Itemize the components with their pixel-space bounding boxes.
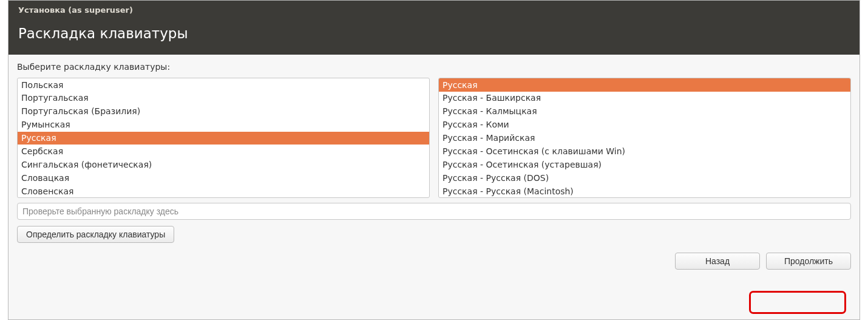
layout-language-item-label: Сингальская (фонетическая) — [21, 160, 152, 169]
page-header: Раскладка клавиатуры — [8, 19, 860, 55]
layout-language-item-label: Словенская — [21, 186, 73, 196]
layout-variant-item-label: Русская - Русская (DOS) — [442, 173, 549, 183]
keyboard-test-input[interactable] — [17, 203, 851, 220]
back-button[interactable]: Назад — [675, 253, 760, 270]
layout-language-item[interactable]: Русская — [18, 132, 429, 145]
layout-lists-row: ПольскаяПортугальскаяПортугальская (Браз… — [17, 78, 851, 198]
page-title: Раскладка клавиатуры — [18, 26, 850, 41]
content-area: Выберите раскладку клавиатуры: ПольскаяП… — [8, 55, 860, 319]
layout-variant-list[interactable]: РусскаяРусская - БашкирскаяРусская - Кал… — [438, 78, 851, 198]
layout-language-item[interactable]: Словацкая — [18, 171, 429, 185]
layout-variant-item-label: Русская - Осетинская (устаревшая) — [442, 160, 602, 169]
layout-language-item-label: Сербская — [21, 146, 63, 156]
layout-language-item-label: Португальская (Бразилия) — [21, 106, 140, 116]
layout-language-item-label: Румынская — [21, 120, 70, 129]
layout-variant-item[interactable]: Русская - Русская (Macintosh) — [439, 185, 850, 198]
layout-language-item[interactable]: Сербская — [18, 145, 429, 158]
layout-variant-item-label: Русская - Марийская — [442, 133, 535, 143]
layout-language-item[interactable]: Польская — [18, 78, 429, 92]
layout-variant-item[interactable]: Русская - Осетинская (устаревшая) — [439, 158, 850, 171]
layout-language-item-label: Словацкая — [21, 173, 69, 183]
layout-language-item-label: Польская — [21, 80, 63, 90]
prompt-label: Выберите раскладку клавиатуры: — [17, 62, 851, 72]
detect-row: Определить раскладку клавиатуры — [17, 226, 851, 243]
layout-variant-item[interactable]: Русская - Русская (DOS) — [439, 171, 850, 185]
layout-language-list[interactable]: ПольскаяПортугальскаяПортугальская (Браз… — [17, 78, 430, 198]
layout-variant-item-label: Русская — [442, 80, 478, 90]
layout-language-item[interactable]: Сингальская (фонетическая) — [18, 158, 429, 171]
layout-variant-item-label: Русская - Калмыцкая — [442, 106, 537, 116]
window-title: Установка (as superuser) — [18, 5, 133, 15]
layout-language-item-label: Португальская — [21, 93, 89, 103]
layout-variant-item-label: Русская - Башкирская — [442, 93, 541, 103]
layout-variant-item[interactable]: Русская - Калмыцкая — [439, 105, 850, 118]
layout-language-item-label: Русская — [21, 133, 56, 143]
window-titlebar: Установка (as superuser) — [8, 1, 860, 19]
layout-variant-item-label: Русская - Русская (Macintosh) — [442, 186, 574, 196]
installer-window: Установка (as superuser) Раскладка клави… — [8, 0, 860, 320]
layout-variant-item[interactable]: Русская - Башкирская — [439, 92, 850, 105]
layout-variant-item-label: Русская - Коми — [442, 120, 509, 129]
layout-variant-item[interactable]: Русская - Осетинская (с клавишами Win) — [439, 145, 850, 158]
layout-language-item[interactable]: Португальская (Бразилия) — [18, 105, 429, 118]
detect-layout-button[interactable]: Определить раскладку клавиатуры — [17, 226, 174, 243]
layout-language-item[interactable]: Португальская — [18, 92, 429, 105]
layout-language-item[interactable]: Румынская — [18, 118, 429, 132]
footer-buttons: Назад Продолжить — [17, 248, 851, 270]
layout-variant-item[interactable]: Русская - Коми — [439, 118, 850, 132]
layout-variant-item[interactable]: Русская - Марийская — [439, 132, 850, 145]
layout-language-item[interactable]: Словенская — [18, 185, 429, 198]
layout-variant-item-label: Русская - Осетинская (с клавишами Win) — [442, 146, 625, 156]
continue-button[interactable]: Продолжить — [766, 253, 851, 270]
layout-variant-item[interactable]: Русская — [439, 78, 850, 92]
